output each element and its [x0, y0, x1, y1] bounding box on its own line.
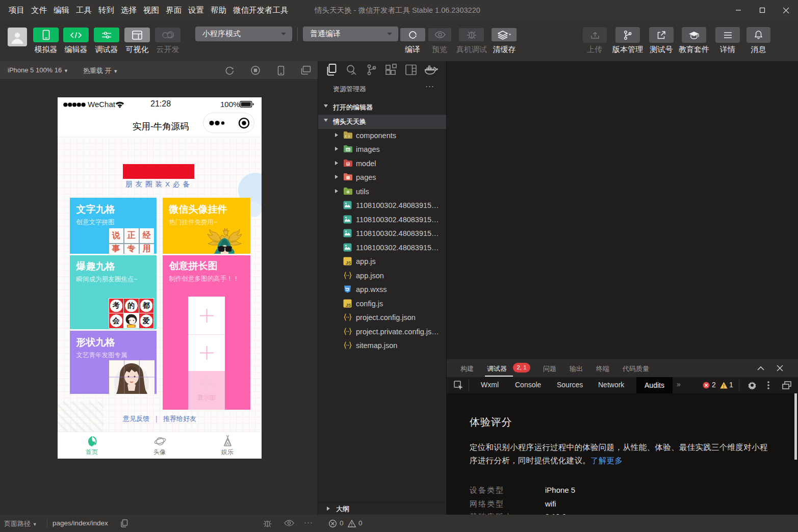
svg-text:JS: JS — [346, 260, 351, 265]
svg-text:JS: JS — [346, 303, 351, 308]
